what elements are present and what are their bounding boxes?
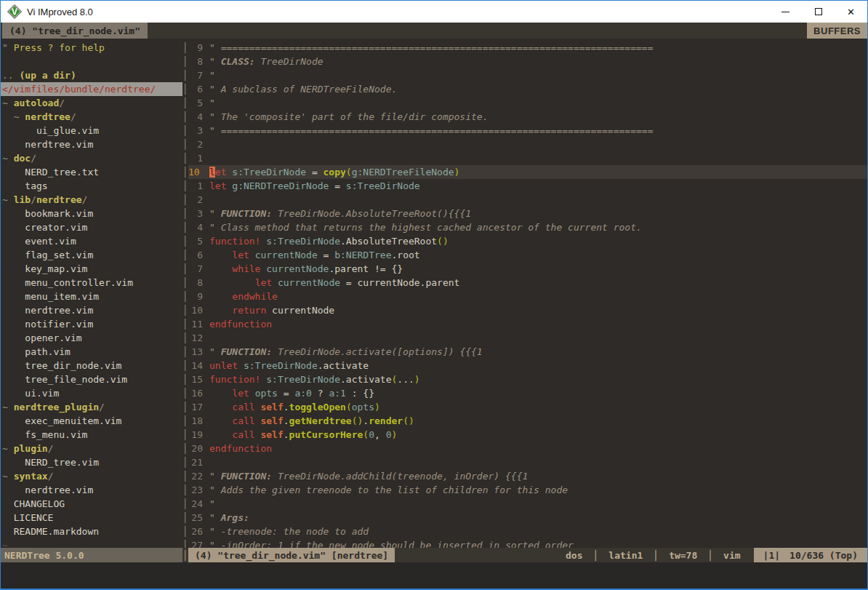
- tree-item[interactable]: " Press ? for help: [1, 41, 182, 55]
- code-line[interactable]: 23" Adds the given treenode to the list …: [188, 483, 867, 497]
- tree-item[interactable]: LICENCE: [1, 511, 182, 525]
- tree-item[interactable]: ~ syntax/: [1, 469, 182, 483]
- code-token: [2, 346, 25, 357]
- close-button[interactable]: ✕: [835, 1, 867, 23]
- tree-item[interactable]: ~ plugin/: [1, 442, 182, 455]
- code-line[interactable]: 6 let currentNode = b:NERDTree.root: [188, 248, 867, 262]
- tree-item[interactable]: ui.vim: [1, 386, 182, 400]
- code-line[interactable]: 27" -inOrder: 1 if the new node should b…: [188, 538, 867, 548]
- code-line[interactable]: 13" FUNCTION: TreeDirNode.activate([opti…: [188, 345, 867, 359]
- tree-item[interactable]: ui_glue.vim: [1, 124, 182, 137]
- code-token: TreeDirNode.addChild(treenode, inOrder) …: [272, 471, 528, 482]
- tree-item[interactable]: ~ autoload/: [1, 96, 182, 110]
- tree-item[interactable]: fs_menu.vim: [1, 428, 182, 442]
- code-line[interactable]: 8 let currentNode = currentNode.parent: [188, 276, 867, 290]
- code-line[interactable]: 14unlet s:TreeDirNode.activate: [188, 359, 867, 372]
- window-divider[interactable]: │││││││││││││││││││││││││││││││││││││: [182, 41, 188, 548]
- tree-item[interactable]: .. (up a dir): [1, 68, 182, 82]
- tree-item[interactable]: CHANGELOG: [1, 497, 182, 511]
- code-token: opts: [352, 402, 374, 412]
- tree-item[interactable]: ~ nerdtree_plugin/: [1, 400, 182, 414]
- code-line[interactable]: 7 while currentNode.parent != {}: [188, 262, 867, 276]
- tree-item[interactable]: tree_dir_node.vim: [1, 359, 182, 372]
- code-line[interactable]: 3" FUNCTION: TreeDirNode.AbsoluteTreeRoo…: [188, 207, 867, 220]
- code-line[interactable]: 12: [188, 331, 867, 345]
- code-token: fs_menu.vim: [25, 429, 87, 440]
- code-token: .AbsoluteTreeRoot: [340, 236, 437, 247]
- code-line[interactable]: 2: [188, 137, 867, 151]
- code-token: [209, 250, 232, 260]
- code-line[interactable]: 5": [188, 96, 867, 110]
- code-line[interactable]: 1let g:NERDTreeDirNode = s:TreeDirNode: [188, 179, 867, 193]
- tree-item[interactable]: path.vim: [1, 345, 182, 359]
- tree-item[interactable]: key_map.vim: [1, 262, 182, 276]
- tree-item[interactable]: nerdtree.vim: [1, 483, 182, 497]
- tree-item[interactable]: NERD_tree.vim: [1, 455, 182, 469]
- code-token: [209, 415, 232, 426]
- tree-item[interactable]: bookmark.vim: [1, 207, 182, 220]
- code-line-text: function! s:TreeDirNode.AbsoluteTreeRoot…: [209, 236, 449, 247]
- tree-item[interactable]: event.vim: [1, 234, 182, 248]
- code-line-text: " FUNCTION: TreeDirNode.addChild(treenod…: [209, 471, 528, 482]
- code-token: ): [454, 167, 460, 178]
- code-line[interactable]: 26" -treenode: the node to add: [188, 525, 867, 538]
- tree-item[interactable]: tags: [1, 179, 182, 193]
- code-token: ": [209, 498, 215, 509]
- code-line[interactable]: 22" FUNCTION: TreeDirNode.addChild(treen…: [188, 469, 867, 483]
- tree-item[interactable]: opener.vim: [1, 331, 182, 345]
- tree-item[interactable]: menu_controller.vim: [1, 276, 182, 290]
- code-line[interactable]: 19 call self.putCursorHere(0, 0): [188, 428, 867, 442]
- code-token: : {}: [346, 388, 374, 399]
- code-line[interactable]: 7": [188, 68, 867, 82]
- tree-item[interactable]: NERD_tree.txt: [1, 165, 182, 179]
- tree-item[interactable]: ~ nerdtree/: [1, 110, 182, 124]
- tree-item[interactable]: ~ lib/nerdtree/: [1, 193, 182, 207]
- tree-item[interactable]: README.markdown: [1, 525, 182, 538]
- code-line[interactable]: 18 call self.getNerdtree().render(): [188, 414, 867, 428]
- code-line[interactable]: 11endfunction: [188, 317, 867, 331]
- tab-tree-dir-node[interactable]: (4) "tree_dir_node.vim": [2, 23, 148, 39]
- tree-item[interactable]: ~: [1, 538, 182, 548]
- line-number: 7: [188, 68, 203, 82]
- code-line[interactable]: 4" The 'composite' part of the file/dir …: [188, 110, 867, 124]
- maximize-button[interactable]: [802, 1, 835, 23]
- tree-item[interactable]: nerdtree.vim: [1, 137, 182, 151]
- code-line[interactable]: 6" A subclass of NERDTreeFileNode.: [188, 82, 867, 96]
- code-line[interactable]: 15function! s:TreeDirNode.activate(...): [188, 372, 867, 386]
- code-line[interactable]: 16 let opts = a:0 ? a:1 : {}: [188, 386, 867, 400]
- tree-item[interactable]: creator.vim: [1, 220, 182, 234]
- code-line[interactable]: 9 endwhile: [188, 290, 867, 303]
- code-line-current[interactable]: 10let s:TreeDirNode = copy(g:NERDTreeFil…: [188, 165, 867, 179]
- code-line[interactable]: 5function! s:TreeDirNode.AbsoluteTreeRoo…: [188, 234, 867, 248]
- code-line[interactable]: 25" Args:: [188, 511, 867, 525]
- code-line[interactable]: 9" =====================================…: [188, 41, 867, 55]
- code-line-text: " Class method that returns the highest …: [209, 222, 642, 233]
- code-line-text: ": [209, 97, 215, 108]
- code-line[interactable]: 8" CLASS: TreeDirNode: [188, 55, 867, 68]
- tree-item[interactable]: exec_menuitem.vim: [1, 414, 182, 428]
- code-token: ?: [312, 388, 329, 399]
- code-line[interactable]: 21: [188, 455, 867, 469]
- tree-item[interactable]: notifier.vim: [1, 317, 182, 331]
- code-line[interactable]: 3" =====================================…: [188, 124, 867, 137]
- code-line[interactable]: 4" Class method that returns the highest…: [188, 220, 867, 234]
- tree-item[interactable]: flag_set.vim: [1, 248, 182, 262]
- minimize-button[interactable]: [769, 1, 802, 23]
- code-line-text: " CLASS: TreeDirNode: [209, 56, 324, 67]
- code-line[interactable]: 24": [188, 497, 867, 511]
- tree-root-item[interactable]: </vimfiles/bundle/nerdtree/: [1, 82, 182, 96]
- code-line[interactable]: 1: [188, 151, 867, 165]
- code-token: call: [232, 415, 254, 426]
- code-line[interactable]: 2: [188, 193, 867, 207]
- code-token: bookmark.vim: [25, 208, 93, 219]
- code-line[interactable]: 20endfunction: [188, 442, 867, 455]
- tree-item[interactable]: [1, 55, 182, 68]
- code-line-text: let s:TreeDirNode = copy(g:NERDTreeFileN…: [209, 167, 459, 178]
- tree-item[interactable]: menu_item.vim: [1, 290, 182, 303]
- code-token: " Class method that returns the highest …: [209, 222, 642, 233]
- tree-item[interactable]: nerdtree.vim: [1, 303, 182, 317]
- tree-item[interactable]: tree_file_node.vim: [1, 372, 182, 386]
- code-line[interactable]: 10 return currentNode: [188, 303, 867, 317]
- tree-item[interactable]: ~ doc/: [1, 151, 182, 165]
- code-line[interactable]: 17 call self.toggleOpen(opts): [188, 400, 867, 414]
